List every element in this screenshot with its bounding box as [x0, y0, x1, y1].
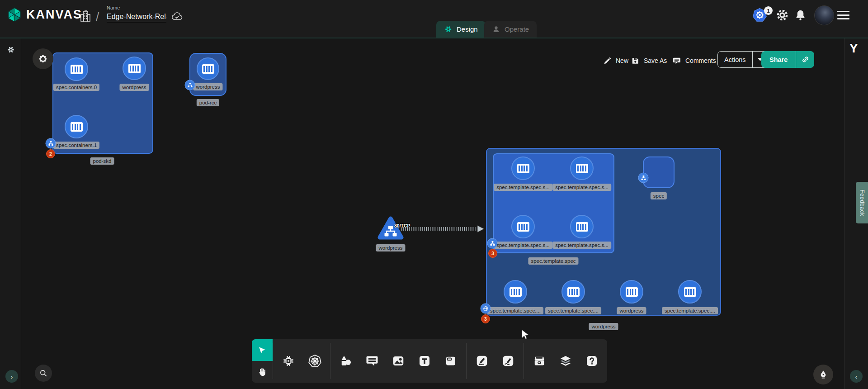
- pencil-icon: [603, 57, 612, 65]
- node-wordpress-rcc[interactable]: [197, 57, 219, 80]
- image-tool-button[interactable]: [385, 339, 411, 383]
- container-icon: [128, 64, 141, 73]
- share-button[interactable]: Share: [761, 56, 796, 63]
- container-icon: [576, 222, 588, 232]
- meshery-spiral-icon[interactable]: [6, 45, 15, 54]
- design-name-block: Name: [107, 5, 166, 22]
- hierarchy-icon: [187, 82, 193, 88]
- actions-split-button: Actions: [717, 51, 769, 68]
- expand-right-panel-button[interactable]: ‹: [850, 370, 863, 383]
- components-tool-button[interactable]: [275, 339, 302, 383]
- canvas-toolbar: [252, 339, 607, 383]
- shapes-tool-button[interactable]: [333, 339, 359, 383]
- comment-tool-button[interactable]: [359, 339, 385, 383]
- top-bar: KANVAS / Name: [0, 0, 868, 38]
- hierarchy-icon: [640, 175, 646, 181]
- node-label: spec.template.spec....: [487, 307, 543, 314]
- organization-icon[interactable]: [80, 10, 91, 23]
- node-deployment-container-2[interactable]: [620, 280, 643, 304]
- error-count-badge[interactable]: 3: [481, 314, 490, 323]
- note-tool-button[interactable]: [438, 339, 464, 383]
- brand-wordmark: KANVAS: [26, 8, 82, 22]
- shapes-icon: [339, 354, 353, 368]
- pencil-tool-button[interactable]: [495, 339, 521, 383]
- node-template-container-2[interactable]: [511, 215, 535, 238]
- archive-tool-button[interactable]: [526, 339, 552, 383]
- comment-icon: [365, 354, 379, 368]
- floppy-icon: [631, 57, 640, 65]
- new-button[interactable]: New: [603, 53, 628, 68]
- pan-tool-button[interactable]: [252, 361, 273, 383]
- layers-icon: [559, 354, 572, 368]
- node-service-wordpress[interactable]: [377, 216, 404, 241]
- pen-nib-icon: [818, 370, 828, 380]
- zoom-search-button[interactable]: [35, 365, 52, 382]
- relationship-badge: [487, 238, 498, 249]
- notifications-bell-icon[interactable]: [794, 9, 807, 22]
- hand-icon: [257, 366, 268, 377]
- group-collapse-flower-button[interactable]: [33, 48, 53, 69]
- tab-operate-label: Operate: [505, 25, 529, 33]
- error-count-badge[interactable]: 3: [488, 249, 497, 258]
- tab-design[interactable]: Design: [436, 21, 486, 38]
- comment-icon: [672, 57, 681, 65]
- node-deployment-container-1[interactable]: [561, 280, 585, 304]
- cloud-saved-icon: [171, 11, 184, 22]
- cursor-icon: [257, 345, 267, 355]
- layer5-y-logo[interactable]: Y: [849, 41, 858, 56]
- node-template-container-0[interactable]: [511, 157, 535, 180]
- kubernetes-tool-button[interactable]: [302, 339, 328, 383]
- settings-gear-icon[interactable]: [776, 9, 789, 22]
- node-wordpress-container[interactable]: [123, 57, 146, 80]
- node-deployment-container-3[interactable]: [678, 280, 702, 304]
- copy-link-button[interactable]: [796, 51, 814, 68]
- group-title-pod-rcc: pod-rcc: [197, 99, 219, 106]
- help-tool-button[interactable]: [579, 339, 605, 383]
- layers-tool-button[interactable]: [552, 339, 579, 383]
- tab-operate[interactable]: Operate: [484, 21, 537, 38]
- node-label-spec: spec: [651, 192, 667, 199]
- feedback-tab[interactable]: Feedback: [856, 182, 868, 223]
- text-tool-button[interactable]: [411, 339, 438, 383]
- actions-button[interactable]: Actions: [718, 56, 752, 63]
- kanvas-app: KANVAS / Name: [0, 0, 868, 389]
- pen-icon: [475, 354, 489, 368]
- pencil-scribble-icon: [501, 354, 515, 368]
- hierarchy-icon: [489, 240, 495, 247]
- share-split-button: Share: [761, 51, 814, 68]
- design-name-input[interactable]: [107, 12, 166, 22]
- node-label: wordpress: [193, 83, 222, 90]
- comments-button[interactable]: Comments: [672, 53, 716, 68]
- pen-tool-button[interactable]: [469, 339, 495, 383]
- node-label: wordpress: [617, 307, 646, 314]
- group-title-deployment: wordpress: [589, 323, 618, 330]
- container-icon: [567, 287, 580, 297]
- question-icon: [585, 354, 599, 368]
- node-label: spec.template.spec....: [662, 307, 718, 314]
- save-as-label: Save As: [644, 57, 667, 64]
- expand-left-panel-button[interactable]: ›: [5, 370, 18, 383]
- save-as-button[interactable]: Save As: [631, 53, 667, 68]
- user-avatar[interactable]: [814, 5, 834, 25]
- node-template-container-3[interactable]: [570, 215, 594, 238]
- hierarchy-icon: [47, 140, 54, 147]
- node-label-service: wordpress: [376, 244, 405, 251]
- design-spiral-icon: [444, 25, 453, 33]
- error-count-badge[interactable]: 2: [46, 149, 55, 158]
- breadcrumb-separator: /: [96, 10, 99, 24]
- node-template-container-1[interactable]: [570, 157, 594, 180]
- node-spec-containers-0[interactable]: [65, 57, 88, 81]
- node-label: spec.template.spec....: [545, 307, 601, 314]
- drawing-mode-button[interactable]: [813, 365, 833, 384]
- node-spec-containers-1[interactable]: [65, 115, 88, 138]
- node-spec[interactable]: [643, 157, 675, 188]
- relationship-badge: [185, 80, 195, 90]
- kanvas-logo[interactable]: KANVAS: [6, 6, 82, 23]
- node-label: spec.template.spec.s...: [552, 242, 611, 249]
- relationship-badge: [638, 173, 649, 183]
- hamburger-menu-icon[interactable]: [837, 11, 849, 19]
- drawer-icon: [533, 354, 546, 368]
- left-rail: ›: [0, 38, 21, 389]
- select-tool-button[interactable]: [252, 339, 273, 361]
- node-deployment-container-0[interactable]: [504, 280, 527, 304]
